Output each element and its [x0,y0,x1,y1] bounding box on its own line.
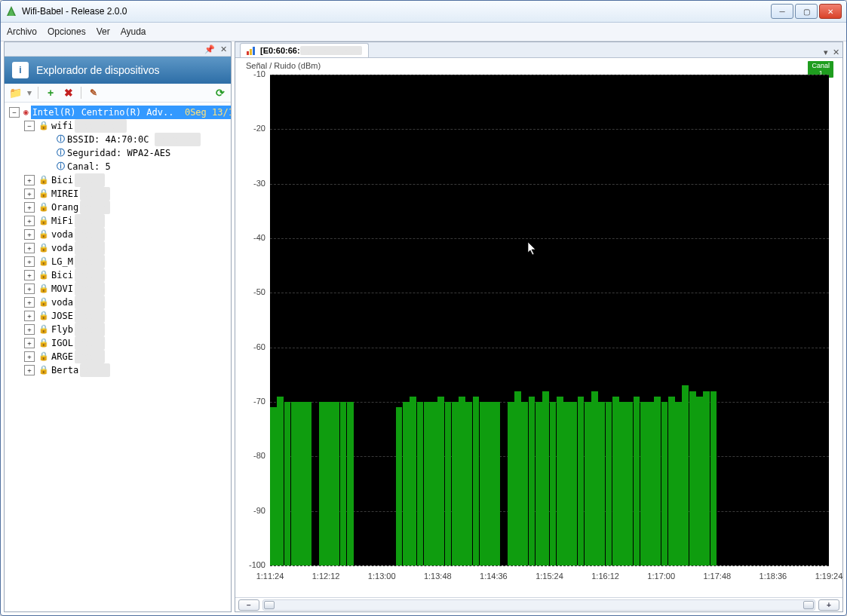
x-axis-label: 1:15:24 [536,572,563,581]
expand-icon[interactable]: + [24,270,35,280]
expand-icon[interactable]: + [24,338,35,348]
maximize-button[interactable]: ▢ [795,4,818,19]
signal-chart: Señal / Ruido (dBm) Canal1 -10-20-30-40-… [235,58,842,597]
network-row[interactable]: +🔒Bicixxxxx [6,173,229,187]
signal-bar [521,402,528,565]
expand-icon[interactable]: + [24,216,35,226]
y-axis-label: -70 [235,397,265,406]
security-value: WPA2-AES [127,146,170,160]
collapse-icon[interactable]: − [9,107,20,118]
signal-bar [326,402,333,565]
minimize-button[interactable]: ─ [771,4,793,19]
network-row[interactable]: +🔒Orangxxxxx [6,201,229,214]
panel-close-icon[interactable]: ✕ [219,44,228,54]
network-row[interactable]: +🔒IGOLxxxxx [6,336,229,350]
network-row[interactable]: +🔒ARGExxxxx [6,350,229,363]
document-tab[interactable]: [E0:60:66:xx:xx:xx] xxxxxx [240,43,369,57]
signal-bar [340,402,347,565]
bssid-label: BSSID: [67,133,100,146]
signal-bar [493,402,500,565]
x-axis-label: 1:16:12 [591,572,619,581]
zoom-out-button[interactable]: − [238,599,259,611]
signal-bar [675,402,682,565]
add-button[interactable]: + [44,87,57,99]
lock-icon: 🔒 [38,173,49,187]
network-row[interactable]: +🔒MIREIxxxxx [6,187,229,201]
expand-icon[interactable]: + [24,283,35,294]
channel-label: Canal: [67,160,100,173]
expand-icon[interactable]: + [24,297,35,308]
expand-icon[interactable]: + [24,202,35,213]
signal-bar [473,397,480,565]
wand-icon[interactable]: ✎ [87,87,100,99]
signal-bar [606,402,612,565]
signal-bar [480,402,486,565]
network-row[interactable]: +🔒Bicixxxxx [6,268,229,282]
network-row[interactable]: +🔒Bertaxxxxx [6,363,229,377]
expand-icon[interactable]: + [24,351,35,362]
menu-ayuda[interactable]: Ayuda [121,26,146,37]
network-row[interactable]: +🔒MiFixxxxx [6,214,229,228]
expand-icon[interactable]: + [24,175,35,185]
network-row[interactable]: +🔒JOSExxxxx [6,309,229,323]
adapter-row[interactable]: − ◉ Intel(R) Centrino(R) Adv.. 0Seg 13/1… [6,106,229,119]
menu-ver[interactable]: Ver [97,26,110,37]
network-row-selected[interactable]: − 🔒 wifixxxxxxxxx [6,119,229,133]
lock-icon: 🔒 [38,323,49,336]
zoom-in-button[interactable]: + [818,599,839,611]
plot-area[interactable] [270,75,829,565]
expand-icon[interactable]: + [24,365,35,375]
network-label: IGOL [51,336,73,350]
pin-icon[interactable]: 📌 [205,44,214,54]
lock-icon: 🔒 [38,119,49,133]
network-row[interactable]: +🔒Flybxxxxx [6,323,229,336]
device-tree[interactable]: − ◉ Intel(R) Centrino(R) Adv.. 0Seg 13/1… [5,103,231,611]
expand-icon[interactable]: + [24,311,35,321]
folder-icon[interactable]: 📁 [9,87,21,99]
network-row[interactable]: +🔒vodaxxxxx [6,241,229,255]
x-axis-label: 1:19:24 [815,572,843,581]
window-buttons: ─ ▢ ✕ [771,4,842,19]
refresh-icon[interactable]: ⟳ [214,87,226,99]
expand-icon[interactable]: + [24,229,35,240]
adapter-extra: 0Seg 13/16 [185,107,231,118]
svg-rect-4 [253,47,255,55]
tab-menu-icon[interactable]: ▾ [824,48,828,57]
lock-icon: 🔒 [38,201,49,214]
window-title: Wifi-Babel - Release 2.0.0 [22,6,771,17]
signal-bar [682,385,689,565]
delete-button[interactable]: ✖ [63,87,75,99]
tab-close-icon[interactable]: ✕ [833,48,839,57]
lock-icon: 🔒 [38,214,49,228]
lock-icon: 🔒 [38,363,49,377]
lock-icon: 🔒 [38,296,49,309]
expand-icon[interactable]: + [24,324,35,335]
x-axis-label: 1:17:48 [703,572,731,581]
network-row[interactable]: +🔒LG_Mxxxxx [6,255,229,268]
menubar: Archivo Opciones Ver Ayuda [1,23,846,41]
collapse-icon[interactable]: − [24,121,35,131]
expand-icon[interactable]: + [24,243,35,253]
bssid-row[interactable]: ⓘ BSSID: 4A:70:0C xx xx xx [6,133,229,146]
lock-icon: 🔒 [38,309,49,323]
x-axis-label: 1:18:36 [760,572,787,581]
security-row[interactable]: ⓘ Seguridad: WPA2-AES [6,146,229,160]
horizontal-scrollbar[interactable] [262,599,815,611]
expand-icon[interactable]: + [24,188,35,199]
channel-row[interactable]: ⓘ Canal: 5 [6,160,229,173]
close-button[interactable]: ✕ [819,4,842,19]
menu-opciones[interactable]: Opciones [48,26,86,37]
expand-icon[interactable]: + [24,256,35,267]
signal-bar [305,402,311,565]
signal-bar [626,402,633,565]
network-row[interactable]: +🔒MOVIxxxxx [6,282,229,296]
signal-bar [598,402,605,565]
network-label: Orang [51,201,78,214]
signal-bar [396,407,403,565]
menu-archivo[interactable]: Archivo [7,26,37,37]
lock-icon: 🔒 [38,336,49,350]
lock-icon: 🔒 [38,282,49,296]
network-row[interactable]: +🔒vodaxxxxx [6,296,229,309]
network-row[interactable]: +🔒vodaxxxxx [6,228,229,241]
network-label: MIREI [51,187,78,201]
